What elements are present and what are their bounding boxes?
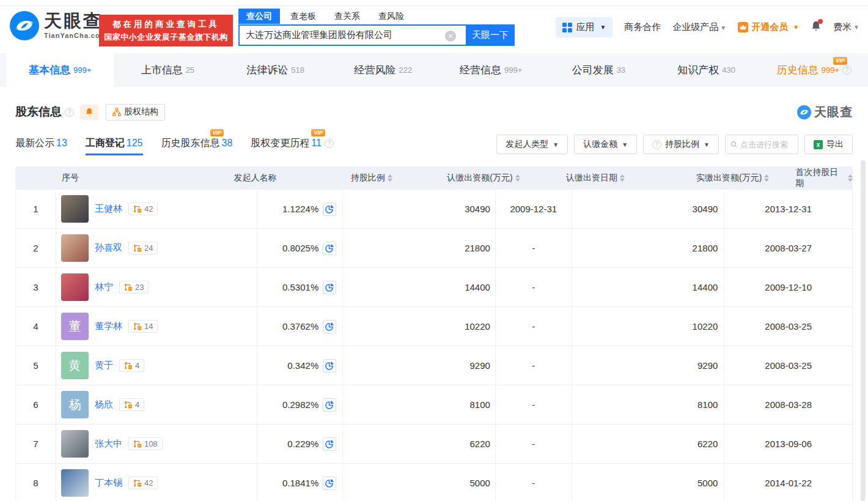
- relation-graph-icon: [124, 401, 133, 409]
- pie-chart-icon[interactable]: [323, 281, 336, 294]
- company-search-input[interactable]: [238, 24, 466, 46]
- subscribe-bell-button[interactable]: [80, 105, 98, 120]
- company-tab[interactable]: VIP 历史信息 999+ ?: [760, 53, 868, 87]
- shareholder-name-link[interactable]: 黄于: [95, 360, 113, 371]
- shareholder-name-link[interactable]: 丁本锡: [95, 477, 122, 489]
- table-row: 2 孙喜双 24: [15, 229, 853, 268]
- shareholder-avatar[interactable]: 黄: [61, 352, 89, 379]
- search-button[interactable]: 天眼一下: [466, 24, 515, 46]
- vip-badge: VIP: [311, 129, 325, 137]
- related-companies-badge[interactable]: 42: [128, 202, 158, 215]
- chevron-down-icon: ▼: [553, 141, 559, 148]
- shareholder-name-link[interactable]: 王健林: [95, 203, 122, 215]
- sort-icon[interactable]: [764, 174, 769, 182]
- shareholder-name-link[interactable]: 杨欣: [95, 399, 113, 410]
- shareholder-subtab[interactable]: 最新公示 13: [15, 137, 67, 155]
- section-title: 股东信息: [15, 104, 62, 120]
- filter-dropdown[interactable]: 发起人类型 ▼: [496, 135, 568, 154]
- column-header[interactable]: 认缴出资日期: [521, 166, 670, 190]
- company-tab[interactable]: 基本信息 999+: [6, 53, 114, 87]
- vip-upgrade-link[interactable]: 开通会员 ▼: [738, 21, 799, 33]
- shareholder-name-link[interactable]: 林宁: [95, 281, 113, 293]
- help-icon[interactable]: ?: [65, 108, 74, 117]
- shareholder-name-link[interactable]: 张大中: [95, 438, 122, 450]
- sort-icon[interactable]: [620, 174, 625, 182]
- related-companies-badge[interactable]: 23: [119, 281, 149, 294]
- subscribed-amount: 10220: [342, 307, 495, 346]
- nav-link[interactable]: 商务合作: [624, 21, 661, 33]
- sort-icon[interactable]: [515, 174, 520, 182]
- shareholder-avatar[interactable]: [61, 195, 89, 223]
- column-header[interactable]: 序号: [15, 166, 213, 190]
- shareholder-name-link[interactable]: 董学林: [95, 321, 122, 332]
- search-tab[interactable]: 查风险: [370, 9, 412, 24]
- shareholder-subtab[interactable]: 工商登记 125: [86, 137, 143, 155]
- pie-chart-icon[interactable]: [323, 320, 336, 333]
- subscribed-date: -: [495, 385, 572, 424]
- shareholder-subtab[interactable]: VIP 股权变更历程 11 ?: [251, 137, 334, 155]
- apps-grid-icon: [562, 23, 572, 32]
- shareholder-subtab[interactable]: VIP 历史股东信息 38: [161, 137, 233, 155]
- sort-icon[interactable]: [848, 174, 853, 182]
- equity-structure-button[interactable]: 股权结构: [106, 104, 165, 121]
- apps-menu[interactable]: 应用 ▼: [556, 17, 612, 37]
- subscribed-date: -: [495, 229, 572, 267]
- user-menu[interactable]: 费米 ▼: [833, 21, 859, 33]
- shareholder-avatar[interactable]: [61, 234, 89, 262]
- export-button[interactable]: x 导出: [804, 135, 853, 154]
- related-companies-badge[interactable]: 14: [128, 320, 158, 333]
- bell-icon: [85, 108, 94, 117]
- shareholder-avatar[interactable]: [61, 430, 89, 458]
- table-search-box[interactable]: [725, 135, 798, 154]
- notifications-button[interactable]: [811, 21, 822, 34]
- tianyancha-logo[interactable]: 天眼查 TianYanCha.com: [10, 11, 106, 40]
- first-holding-date: 2008-03-28: [724, 385, 852, 424]
- table-search-input[interactable]: [740, 140, 793, 149]
- company-tab[interactable]: 公司发展 33: [545, 53, 652, 87]
- row-index: 7: [16, 425, 56, 463]
- column-header[interactable]: 持股比例: [297, 166, 446, 190]
- filter-dropdown[interactable]: 认缴金额 ▼: [574, 135, 637, 154]
- company-tab[interactable]: 经营信息 999+: [437, 53, 545, 87]
- related-companies-badge[interactable]: 108: [128, 437, 163, 450]
- search-tab[interactable]: 查老板: [282, 9, 324, 24]
- filter-dropdown[interactable]: ? 持股比例 ▼: [643, 135, 719, 154]
- column-header[interactable]: 发起人名称: [213, 166, 297, 190]
- nav-link[interactable]: 企业级产品▼: [672, 21, 726, 33]
- company-tab[interactable]: 上市信息 25: [114, 53, 221, 87]
- tianyancha-watermark: 天眼查: [797, 104, 853, 121]
- clear-input-icon[interactable]: ✕: [445, 31, 456, 42]
- column-header[interactable]: 首次持股日期: [795, 166, 853, 190]
- chevron-down-icon: ▼: [704, 141, 710, 148]
- help-icon[interactable]: ?: [325, 139, 334, 148]
- pie-chart-icon[interactable]: [323, 242, 336, 255]
- company-tab[interactable]: 知识产权 430: [653, 53, 760, 87]
- pie-chart-icon[interactable]: [323, 437, 336, 451]
- column-header[interactable]: 认缴出资额(万元): [446, 166, 521, 190]
- relation-graph-icon: [133, 205, 142, 213]
- search-tab[interactable]: 查关系: [326, 9, 368, 24]
- shareholder-avatar[interactable]: [61, 469, 89, 497]
- vertical-scrollbar[interactable]: [861, 160, 866, 501]
- sort-icon[interactable]: [388, 174, 392, 182]
- column-header[interactable]: 实缴出资额(万元): [670, 166, 795, 190]
- help-icon[interactable]: ?: [842, 65, 851, 75]
- watermark-text: 天眼查: [814, 104, 853, 121]
- company-tab[interactable]: 法律诉讼 518: [222, 53, 329, 87]
- related-companies-badge[interactable]: 42: [128, 477, 158, 489]
- company-tab[interactable]: 经营风险 222: [329, 53, 437, 87]
- shareholder-avatar[interactable]: 杨: [61, 391, 89, 418]
- related-companies-badge[interactable]: 4: [119, 398, 144, 411]
- shareholder-avatar[interactable]: [61, 273, 89, 301]
- pie-chart-icon[interactable]: [323, 398, 336, 412]
- pie-chart-icon[interactable]: [323, 359, 336, 373]
- search-tab[interactable]: 查公司: [238, 9, 280, 24]
- shareholder-name-link[interactable]: 孙喜双: [95, 242, 122, 254]
- pie-chart-icon[interactable]: [323, 202, 336, 216]
- row-index: 2: [16, 229, 56, 267]
- pie-chart-icon[interactable]: [323, 477, 336, 490]
- shareholder-avatar[interactable]: 董: [61, 313, 89, 340]
- logo-title: 天眼查: [44, 12, 106, 30]
- related-companies-badge[interactable]: 24: [128, 242, 158, 254]
- related-companies-badge[interactable]: 4: [119, 359, 144, 372]
